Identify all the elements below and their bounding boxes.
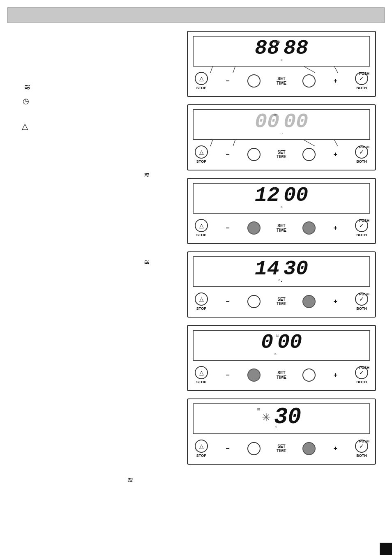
stop-btn-3[interactable]: △ STOP [195, 219, 208, 237]
both-label-3: BOTH [356, 233, 367, 237]
right-adj-circle-1[interactable] [302, 74, 316, 88]
plus-6: + [333, 445, 337, 452]
left-adj-circle-6[interactable] [247, 442, 261, 455]
plus-5: + [333, 371, 337, 379]
stop-label-4: STOP [196, 306, 206, 311]
stop-btn-circle-5[interactable]: △ [195, 366, 208, 379]
right-adj-btn-3[interactable] [302, 221, 316, 235]
diagram-5: ≋ 0 ○ 00 PUSH △ STOP − SET TIME [187, 325, 376, 391]
stop-label-1: STOP [196, 86, 206, 90]
minus-6: − [226, 445, 229, 452]
stop-btn-1[interactable]: △ STOP [195, 72, 208, 90]
push-label-3: PUSH [359, 219, 369, 223]
diagram-1: ≋≋ 88 ○ 88 PUSH △ STOP − SET TIME [187, 31, 376, 97]
right-adj-circle-6[interactable] [302, 442, 316, 455]
diagram-6: ≋ ✳ 30 ○ PUSH △ STOP − SET TIME [187, 398, 376, 465]
left-adj-btn-3[interactable] [247, 221, 261, 235]
left-adj-btn-4[interactable] [247, 295, 261, 308]
both-label-1: BOTH [356, 86, 367, 90]
display-right-3: 00 [284, 184, 308, 207]
stop-btn-circle-4[interactable]: △ [195, 292, 208, 306]
page-marker [380, 543, 392, 555]
push-label-2: PUSH [359, 145, 369, 149]
stop-label-2: STOP [196, 159, 206, 164]
push-label-5: PUSH [359, 366, 369, 370]
time-label-6: TIME [277, 449, 286, 453]
set-label-6: SET [277, 444, 285, 449]
stop-btn-6[interactable]: △ STOP [195, 440, 208, 458]
time-label-4: TIME [277, 302, 286, 306]
left-adj-circle-1[interactable] [247, 74, 261, 88]
time-label-3: TIME [277, 228, 286, 233]
set-label-3: SET [277, 223, 285, 228]
set-label-5: SET [277, 371, 285, 375]
right-adj-circle-4[interactable] [302, 295, 316, 308]
both-label-6: BOTH [356, 454, 367, 458]
header-bar [7, 7, 385, 23]
diagram-2: ≋ 00 ○ 00 PUSH △ STOP − SET TIME [187, 104, 376, 170]
heat-icon-3: ≋ [144, 258, 150, 267]
stop-btn-circle-3[interactable]: △ [195, 219, 208, 232]
stop-label-3: STOP [196, 233, 206, 237]
display-right-4: 30 [284, 257, 308, 281]
lcd-display-2: ≋ 00 ○ 00 [193, 109, 370, 140]
plus-2: + [333, 151, 337, 158]
right-adj-btn-2[interactable] [302, 148, 316, 161]
lcd-display-6: ≋ ✳ 30 ○ [193, 403, 370, 434]
stop-btn-circle-6[interactable]: △ [195, 440, 208, 453]
right-adj-btn-5[interactable] [302, 368, 316, 382]
lcd-display-3: ≋ 12 ○ 00 [193, 183, 370, 214]
left-adj-btn-6[interactable] [247, 442, 261, 455]
left-adj-btn-1[interactable] [247, 74, 261, 88]
left-adj-circle-3[interactable] [247, 221, 261, 235]
stop-btn-5[interactable]: △ STOP [195, 366, 208, 384]
display-left-5: 0 [261, 331, 273, 354]
right-adj-circle-3[interactable] [302, 221, 316, 235]
minus-1: − [226, 77, 229, 85]
push-label-1: PUSH [359, 71, 369, 76]
heat-icon-1: ≋ [24, 82, 31, 92]
stop-btn-4[interactable]: △ STOP [195, 292, 208, 311]
both-label-5: BOTH [356, 380, 367, 384]
time-label-5: TIME [277, 375, 286, 380]
time-label-2: TIME [277, 154, 286, 159]
stop-label-5: STOP [196, 380, 206, 384]
plus-1: + [333, 77, 337, 85]
clock-icon: ◷ [23, 97, 29, 106]
right-adj-btn-1[interactable] [302, 74, 316, 88]
minus-2: − [226, 151, 229, 158]
right-adj-btn-6[interactable] [302, 442, 316, 455]
display-right-5: 00 [277, 331, 302, 354]
control-row-2: PUSH △ STOP − SET TIME + ✓ [193, 144, 370, 165]
left-adj-circle-5[interactable] [247, 368, 261, 382]
stop-btn-circle-2[interactable]: △ [195, 145, 208, 159]
set-label-2: SET [277, 150, 285, 154]
stop-btn-circle-1[interactable]: △ [195, 72, 208, 85]
control-row-3: PUSH △ STOP − SET TIME + ✓ [193, 218, 370, 238]
diagram-4: 14 . 30 ○ PUSH △ STOP − SET TIME [187, 251, 376, 318]
heat-icon-4: ≋ [127, 476, 133, 484]
stop-label-6: STOP [196, 454, 206, 458]
left-adj-btn-5[interactable] [247, 368, 261, 382]
right-adj-btn-4[interactable] [302, 295, 316, 308]
heat-icon-2: ≋ [144, 170, 150, 179]
left-adj-circle-2[interactable] [247, 148, 261, 161]
display-right-1: 88 [284, 37, 308, 60]
stop-btn-2[interactable]: △ STOP [195, 145, 208, 164]
right-adj-circle-2[interactable] [302, 148, 316, 161]
control-row-1: PUSH △ STOP − SET TIME + ✓ [193, 71, 370, 91]
push-label-6: PUSH [359, 439, 369, 443]
display-right-2: 00 [284, 110, 308, 134]
set-label-4: SET [277, 297, 285, 302]
left-adj-circle-4[interactable] [247, 295, 261, 308]
display-right-6: 30 [274, 404, 301, 430]
control-row-6: PUSH △ STOP − SET TIME + ✓ [193, 438, 370, 459]
bell-icon: △ [22, 121, 28, 131]
diagrams-panel: ≋≋ 88 ○ 88 PUSH △ STOP − SET TIME [187, 31, 382, 472]
time-label-1: TIME [277, 81, 286, 85]
plus-4: + [333, 298, 337, 305]
left-adj-btn-2[interactable] [247, 148, 261, 161]
control-row-5: PUSH △ STOP − SET TIME + ✓ [193, 365, 370, 385]
control-row-4: PUSH △ STOP − SET TIME + ✓ [193, 291, 370, 312]
right-adj-circle-5[interactable] [302, 368, 316, 382]
